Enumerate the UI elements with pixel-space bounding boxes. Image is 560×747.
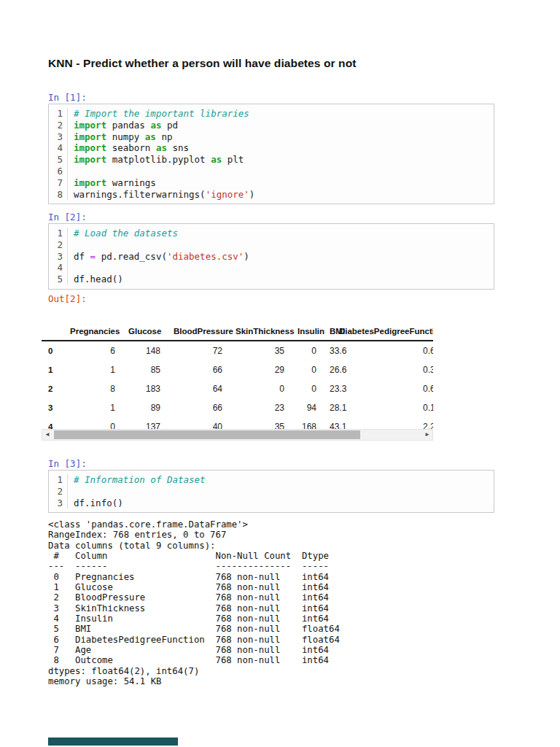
code-token: as	[145, 131, 156, 142]
table-cell: 26.6	[323, 360, 349, 379]
code-token: 'diabetes.csv'	[167, 251, 244, 262]
dataframe-body: 061487235033.60.62750111856629026.60.351…	[42, 341, 433, 432]
code-token: pandas	[106, 120, 150, 131]
row-index: 0	[42, 341, 63, 360]
code-line: 1# Import the important libraries	[49, 108, 494, 120]
partial-element-bar	[48, 738, 178, 746]
code-token: df	[74, 251, 90, 262]
code-token: )	[244, 251, 249, 262]
line-number: 2	[49, 486, 68, 498]
code-line: 1# Load the datasets	[49, 228, 494, 239]
column-header: DiabetesPedigreeFunction	[349, 322, 433, 341]
table-cell: 94	[291, 398, 323, 417]
horizontal-scrollbar[interactable]: ◄ ►	[42, 429, 433, 441]
table-cell: 1	[63, 360, 122, 379]
code-token: 'ignore'	[206, 189, 249, 200]
code-cell-2[interactable]: 1# Load the datasets23df = pd.read_csv('…	[48, 223, 494, 290]
code-token: sns	[167, 142, 189, 153]
code-line: 3df.info()	[49, 498, 494, 509]
code-line: 1# Information of Dataset	[49, 474, 494, 486]
table-cell: 0	[291, 341, 323, 360]
table-cell: 148	[122, 341, 167, 360]
code-token: as	[156, 142, 167, 153]
input-prompt-3: In [3]:	[48, 458, 87, 469]
code-line: 3import numpy as np	[49, 131, 494, 143]
table-cell: 183	[122, 379, 167, 398]
line-number: 1	[49, 108, 68, 120]
code-token: numpy	[106, 131, 145, 142]
code-token: matplotlib.pyplot	[106, 154, 211, 165]
notebook-title: KNN - Predict whether a person will have…	[48, 57, 356, 70]
code-token: df.info()	[74, 498, 123, 508]
code-token: )	[249, 189, 255, 200]
input-prompt-1: In [1]:	[48, 92, 87, 103]
table-cell: 72	[167, 341, 229, 360]
scroll-left-icon[interactable]: ◄	[42, 430, 52, 440]
table-cell: 0	[291, 379, 323, 398]
line-number: 5	[49, 154, 68, 166]
code-token: as	[211, 154, 222, 165]
table-row: 318966239428.10.167210	[42, 398, 433, 417]
code-token: # Information of Dataset	[74, 474, 206, 485]
code-token: import	[74, 131, 106, 142]
code-token: df.head()	[74, 274, 123, 285]
notebook-page: KNN - Predict whether a person will have…	[0, 0, 560, 747]
code-token: plt	[222, 154, 244, 165]
dataframe-header: PregnanciesGlucoseBloodPressureSkinThick…	[42, 322, 433, 341]
code-cell-3[interactable]: 1# Information of Dataset23df.info()	[48, 470, 494, 513]
code-token: seaborn	[106, 142, 156, 153]
table-cell: 28.1	[323, 398, 349, 417]
code-line: 7import warnings	[49, 177, 494, 189]
row-index: 2	[42, 379, 63, 398]
line-number: 1	[49, 474, 68, 486]
code-line: 5import matplotlib.pyplot as plt	[49, 154, 494, 166]
code-line: 2import pandas as pd	[49, 120, 494, 131]
code-line: 2	[49, 486, 494, 498]
dataframe-table: PregnanciesGlucoseBloodPressureSkinThick…	[42, 322, 433, 432]
code-token: import	[74, 154, 106, 165]
table-row: 11856629026.60.351310	[42, 360, 433, 379]
output-prompt-2: Out[2]:	[48, 293, 87, 304]
line-number: 5	[49, 274, 68, 285]
code-line: 2	[49, 239, 494, 251]
table-cell: 0	[291, 360, 323, 379]
dataframe-scroll-area[interactable]: PregnanciesGlucoseBloodPressureSkinThick…	[42, 322, 433, 432]
table-cell: 35	[229, 341, 291, 360]
code-token: import	[74, 142, 106, 153]
scrollbar-thumb[interactable]	[54, 430, 360, 439]
code-line: 8warnings.filterwarnings('ignore')	[49, 189, 494, 201]
code-token: import	[74, 120, 106, 131]
table-cell: 8	[63, 379, 122, 398]
line-number: 2	[49, 120, 68, 131]
row-index: 3	[42, 398, 63, 417]
code-token: =	[90, 251, 96, 262]
line-number: 2	[49, 239, 68, 251]
table-cell: 6	[63, 341, 122, 360]
line-number: 1	[49, 228, 68, 239]
code-token: np	[156, 131, 173, 142]
table-cell: 0.672	[349, 379, 433, 398]
code-token: warnings	[106, 177, 156, 188]
line-number: 3	[49, 251, 68, 263]
code-token: import	[74, 177, 106, 188]
code-line: 6	[49, 166, 494, 177]
code-line: 4import seaborn as sns	[49, 142, 494, 154]
code-line: 4	[49, 262, 494, 274]
df-info-output: <class 'pandas.core.frame.DataFrame'> Ra…	[48, 519, 340, 687]
code-token: warnings.filterwarnings(	[74, 189, 206, 200]
line-number: 4	[49, 142, 68, 154]
line-number: 8	[49, 189, 68, 201]
table-cell: 0.351	[349, 360, 433, 379]
table-cell: 66	[167, 398, 229, 417]
column-header: BloodPressure	[167, 322, 229, 341]
table-cell: 66	[167, 360, 229, 379]
column-header: Pregnancies	[63, 322, 122, 341]
code-token: # Import the important libraries	[74, 108, 249, 119]
table-cell: 23	[229, 398, 291, 417]
code-cell-1[interactable]: 1# Import the important libraries2import…	[48, 104, 494, 204]
line-number: 3	[49, 131, 68, 143]
scroll-right-icon[interactable]: ►	[422, 430, 432, 440]
column-header: SkinThickness	[229, 322, 291, 341]
table-cell: 0.627	[349, 341, 433, 360]
line-number: 6	[49, 166, 68, 177]
